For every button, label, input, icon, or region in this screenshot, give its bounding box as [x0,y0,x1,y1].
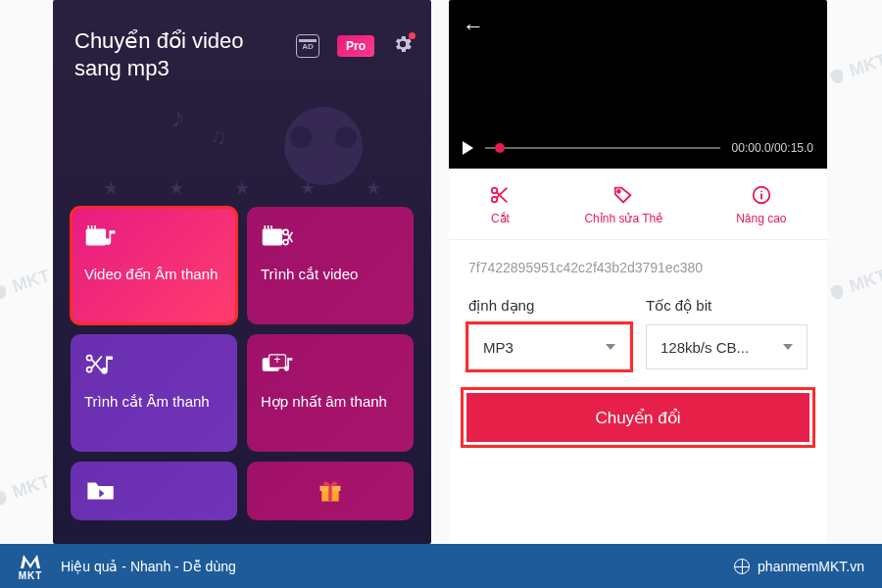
svg-rect-2 [91,225,93,228]
audio-merge-icon: + [261,350,294,379]
pro-badge[interactable]: Pro [337,35,374,57]
decorative-header: ♪ ♫ ★★★★★ [53,89,431,207]
tile-gift[interactable] [247,462,414,520]
progress-track[interactable] [485,147,720,149]
footer-logo: MKT [18,551,43,581]
svg-text:+: + [274,353,281,367]
tile-audio-cutter[interactable]: Trình cắt Âm thanh [71,334,237,452]
tile-label: Trình cắt Âm thanh [84,393,223,412]
video-audio-icon [84,222,118,252]
tool-cut[interactable]: Cắt [489,184,511,225]
footer-slogan: Hiệu quả - Nhanh - Dễ dùng [61,559,236,574]
footer-bar: MKT Hiệu quả - Nhanh - Dễ dùng phanmemMK… [0,544,882,588]
video-preview: ← 00:00.0/00:15.0 [449,0,827,169]
svg-rect-0 [86,229,106,246]
right-screenshot: ← 00:00.0/00:15.0 Cắt Chỉnh sửa Thẻ [449,0,827,544]
svg-rect-17 [328,486,332,502]
tile-label: Video đến Âm thanh [84,266,223,284]
filename-text: 7f7422895951c42c2f43b2d3791ec380 [449,240,827,283]
format-label: định dạng [468,297,630,315]
tile-folder[interactable] [71,462,237,520]
back-arrow-icon[interactable]: ← [463,14,813,39]
svg-rect-4 [263,229,282,246]
left-screenshot: Chuyển đổi video sang mp3 AD Pro ♪ ♫ ★★★… [53,0,431,544]
svg-point-18 [492,188,498,194]
video-cut-icon [261,222,294,252]
svg-point-20 [617,190,620,193]
playback-time: 00:00.0/00:15.0 [732,141,813,155]
svg-rect-1 [87,225,89,228]
tag-icon [612,184,634,206]
svg-point-11 [87,368,92,372]
tile-video-cutter[interactable]: Trình cắt video [247,207,414,324]
svg-rect-5 [264,225,266,228]
svg-point-10 [87,356,92,361]
gift-icon [314,477,347,505]
convert-button[interactable]: Chuyển đổi [466,393,809,442]
app-title: Chuyển đổi video sang mp3 [74,27,296,81]
tool-edit-tag[interactable]: Chỉnh sửa Thẻ [584,184,662,225]
footer-url[interactable]: phanmemMKT.vn [734,559,864,574]
info-icon [751,184,772,206]
bitrate-label: Tốc độ bit [646,297,808,315]
scissors-icon [489,184,511,206]
tile-label: Hợp nhất âm thanh [261,393,400,412]
dropdown-caret-icon [783,344,793,350]
audio-cut-icon [84,350,118,379]
globe-icon [734,559,750,574]
svg-point-19 [492,197,498,203]
tile-label: Trình cắt video [261,266,400,284]
svg-rect-6 [268,225,270,228]
format-select[interactable]: MP3 [468,324,630,369]
svg-rect-7 [270,225,272,228]
bitrate-select[interactable]: 128kb/s CB... [646,324,808,369]
progress-thumb[interactable] [495,143,505,153]
notification-dot [409,32,416,39]
settings-gear-icon[interactable] [392,33,414,59]
folder-icon [84,477,118,505]
tile-video-to-audio[interactable]: Video đến Âm thanh [71,207,237,324]
ad-icon[interactable]: AD [296,34,319,58]
dropdown-caret-icon [606,344,615,350]
play-button-icon[interactable] [463,141,473,155]
svg-rect-3 [94,225,96,228]
tool-advanced[interactable]: Nâng cao [736,184,786,225]
tile-audio-merger[interactable]: + Hợp nhất âm thanh [247,334,414,452]
